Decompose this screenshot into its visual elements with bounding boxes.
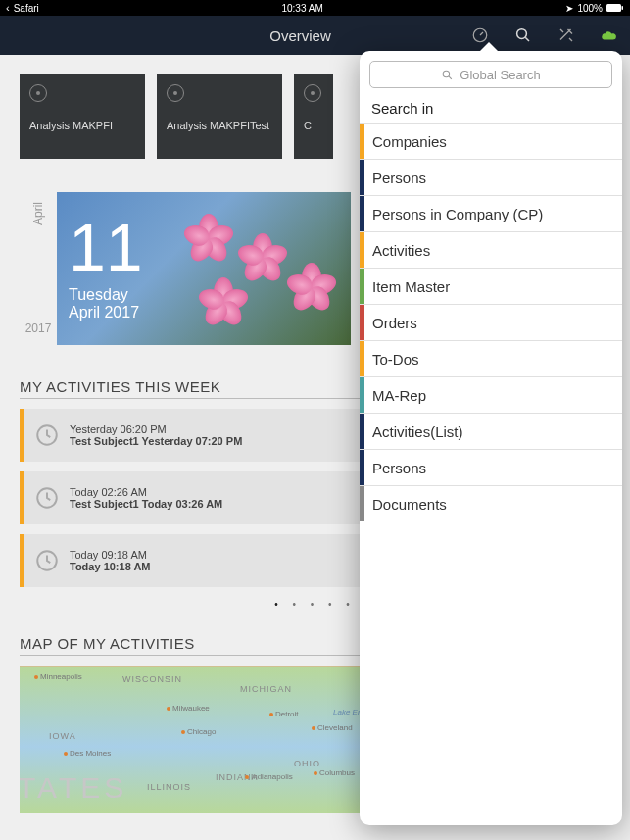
search-item-label: To-Dos xyxy=(372,351,419,368)
search-icon xyxy=(441,69,454,81)
search-item-label: Persons xyxy=(372,170,426,186)
status-back[interactable]: ‹ Safari xyxy=(6,2,39,14)
location-icon: ➤ xyxy=(565,3,573,14)
analysis-tile[interactable]: C xyxy=(294,74,333,159)
map-country-fragment: TATES xyxy=(20,771,127,805)
global-search-input[interactable]: Global Search xyxy=(369,61,612,88)
search-item-label: Persons in Company (CP) xyxy=(372,206,543,222)
map-state: WISCONSIN xyxy=(122,674,182,684)
search-item-label: Companies xyxy=(372,133,447,150)
search-category-ma-rep[interactable]: MA-Rep xyxy=(360,376,622,413)
status-back-label: Safari xyxy=(14,3,39,14)
clock-icon xyxy=(24,471,70,524)
cloud-icon[interactable] xyxy=(601,26,618,44)
search-item-label: Orders xyxy=(372,315,417,331)
svg-line-4 xyxy=(525,37,529,41)
tile-label: Analysis MAKPFITest xyxy=(167,120,272,131)
map-state: ILLINOIS xyxy=(147,782,191,792)
search-category-companies[interactable]: Companies xyxy=(360,123,622,159)
tile-indicator-icon xyxy=(304,84,321,102)
battery-icon xyxy=(606,3,624,14)
map-city: Detroit xyxy=(275,710,299,718)
calendar-image: 11 Tuesday April 2017 xyxy=(57,192,351,345)
status-battery: 100% xyxy=(577,3,603,14)
calendar-weekday: Tuesday xyxy=(69,286,143,304)
search-category-orders[interactable]: Orders xyxy=(360,304,622,340)
search-category-activities[interactable]: Activities xyxy=(360,231,622,268)
map-city: Cleveland xyxy=(317,723,353,732)
tile-indicator-icon xyxy=(29,84,47,102)
calendar-month-full: April 2017 xyxy=(69,304,143,321)
clock-icon xyxy=(24,409,70,462)
search-category-list: Companies Persons Persons in Company (CP… xyxy=(360,123,622,521)
tile-label: Analysis MAKPFI xyxy=(29,120,135,131)
chevron-left-icon: ‹ xyxy=(6,2,10,14)
search-item-label: Activities xyxy=(372,242,430,259)
tile-indicator-icon xyxy=(167,84,184,102)
search-in-heading: Search in xyxy=(360,96,622,123)
map-city: Indianapolis xyxy=(251,772,293,781)
map-state: IOWA xyxy=(49,731,76,741)
ios-status-bar: ‹ Safari 10:33 AM ➤ 100% xyxy=(0,0,630,16)
map-state: MICHIGAN xyxy=(240,684,292,694)
search-item-label: Activities(List) xyxy=(372,423,463,440)
svg-rect-0 xyxy=(606,4,621,12)
search-item-label: Item Master xyxy=(372,278,450,295)
search-category-persons-in-company[interactable]: Persons in Company (CP) xyxy=(360,195,622,231)
map-city: Minneapolis xyxy=(40,672,82,681)
search-item-label: MA-Rep xyxy=(372,387,426,404)
map-city: Columbus xyxy=(319,768,355,777)
nav-bar: Overview xyxy=(0,16,630,55)
search-item-label: Documents xyxy=(372,496,447,513)
search-category-activities-list[interactable]: Activities(List) xyxy=(360,413,622,449)
svg-point-8 xyxy=(443,71,450,77)
search-category-todos[interactable]: To-Dos xyxy=(360,340,622,376)
svg-rect-1 xyxy=(622,6,624,10)
svg-line-9 xyxy=(449,76,452,79)
map-city: Milwaukee xyxy=(172,704,210,713)
tile-label: C xyxy=(304,120,323,131)
calendar-day-number: 11 xyxy=(69,214,143,280)
search-category-documents[interactable]: Documents xyxy=(360,485,622,521)
status-time: 10:33 AM xyxy=(39,3,566,14)
svg-point-3 xyxy=(517,29,527,39)
calendar-side-year: 2017 xyxy=(25,321,52,335)
map-city: Chicago xyxy=(187,727,216,736)
calendar-side-month: April xyxy=(31,202,45,225)
search-placeholder: Global Search xyxy=(460,68,540,82)
search-category-persons[interactable]: Persons xyxy=(360,159,622,195)
search-item-label: Persons xyxy=(372,460,426,476)
map-city: Des Moines xyxy=(70,749,111,758)
search-category-persons-2[interactable]: Persons xyxy=(360,449,622,485)
page-title: Overview xyxy=(129,27,471,44)
search-icon[interactable] xyxy=(514,26,532,44)
clock-icon xyxy=(24,534,70,587)
settings-icon[interactable] xyxy=(557,26,575,44)
search-category-item-master[interactable]: Item Master xyxy=(360,268,622,304)
search-popover: Global Search Search in Companies Person… xyxy=(360,51,622,825)
map-state: OHIO xyxy=(294,759,320,768)
analysis-tile[interactable]: Analysis MAKPFI xyxy=(20,74,145,159)
analysis-tile[interactable]: Analysis MAKPFITest xyxy=(157,74,282,159)
